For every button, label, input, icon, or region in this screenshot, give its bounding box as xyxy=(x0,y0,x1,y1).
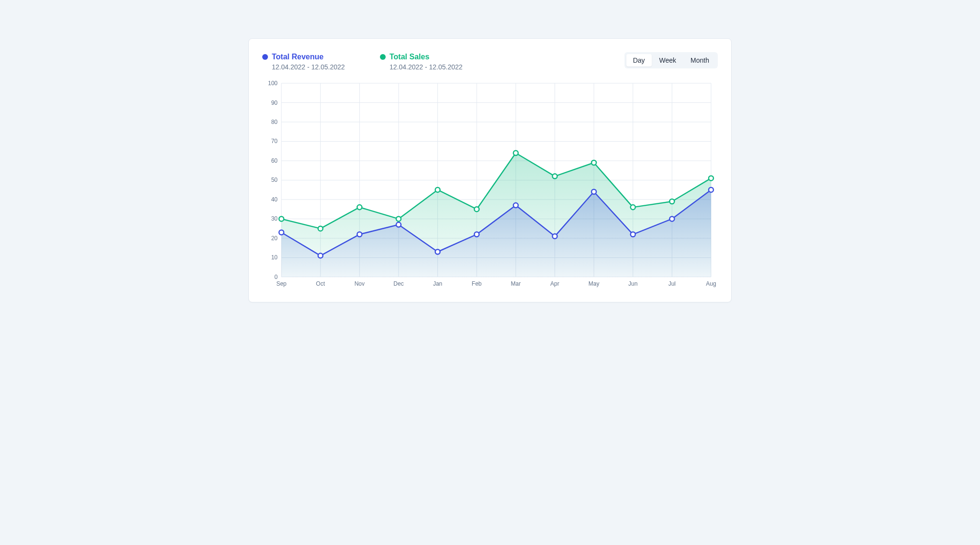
chart-data-point[interactable] xyxy=(709,187,713,192)
y-axis-tick-label: 50 xyxy=(271,177,278,183)
chart-data-point[interactable] xyxy=(318,226,323,231)
x-axis-tick-label: Jun xyxy=(628,280,637,287)
legend-date-range: 12.04.2022 - 12.05.2022 xyxy=(262,63,353,71)
y-axis-tick-label: 10 xyxy=(271,254,278,261)
y-axis-tick-label: 0 xyxy=(274,274,278,280)
chart-data-point[interactable] xyxy=(591,189,596,194)
x-axis-tick-label: Nov xyxy=(355,280,365,287)
y-axis-tick-label: 30 xyxy=(271,215,278,222)
x-axis-tick-label: Jan xyxy=(433,280,442,287)
x-axis-tick-label: Feb xyxy=(472,280,482,287)
x-axis-tick-label: May xyxy=(589,280,600,287)
y-axis-tick-label: 90 xyxy=(271,99,278,106)
x-axis-tick-label: Dec xyxy=(393,280,403,287)
x-axis-tick-label: Aug xyxy=(706,280,716,287)
x-axis-tick-label: Mar xyxy=(511,280,521,287)
range-button-week[interactable]: Week xyxy=(653,54,683,67)
chart-data-point[interactable] xyxy=(474,207,479,211)
legend-item-sales: Total Sales 12.04.2022 - 12.05.2022 xyxy=(380,52,471,71)
chart-data-point[interactable] xyxy=(357,205,362,210)
legend-group: Total Revenue 12.04.2022 - 12.05.2022 To… xyxy=(262,52,471,71)
x-axis-tick-label: Sep xyxy=(276,280,287,287)
chart-data-point[interactable] xyxy=(513,151,518,156)
chart-data-point[interactable] xyxy=(279,216,284,221)
x-axis-tick-label: Apr xyxy=(550,280,559,287)
chart-data-point[interactable] xyxy=(435,187,440,192)
chart-data-point[interactable] xyxy=(552,234,557,239)
chart-data-point[interactable] xyxy=(513,203,518,208)
range-button-month[interactable]: Month xyxy=(684,54,716,67)
chart-data-point[interactable] xyxy=(318,253,323,258)
legend-date-range: 12.04.2022 - 12.05.2022 xyxy=(380,63,471,71)
y-axis-tick-label: 100 xyxy=(268,80,278,87)
x-axis-tick-label: Oct xyxy=(316,280,325,287)
chart-data-point[interactable] xyxy=(435,249,440,254)
legend-dot-icon xyxy=(380,54,386,60)
chart-data-point[interactable] xyxy=(396,222,401,227)
chart-header: Total Revenue 12.04.2022 - 12.05.2022 To… xyxy=(262,52,718,71)
legend-dot-icon xyxy=(262,54,268,60)
y-axis-tick-label: 40 xyxy=(271,196,278,203)
legend-title-row: Total Revenue xyxy=(262,52,353,62)
chart-data-point[interactable] xyxy=(552,174,557,178)
chart-data-point[interactable] xyxy=(709,176,713,180)
chart-data-point[interactable] xyxy=(631,232,635,237)
chart-data-point[interactable] xyxy=(357,232,362,237)
chart-data-point[interactable] xyxy=(279,230,284,235)
chart-data-point[interactable] xyxy=(474,232,479,237)
legend-title: Total Revenue xyxy=(272,52,323,62)
range-button-day[interactable]: Day xyxy=(626,54,652,67)
chart-card: Total Revenue 12.04.2022 - 12.05.2022 To… xyxy=(248,38,732,302)
y-axis-tick-label: 70 xyxy=(271,138,278,145)
y-axis-tick-label: 80 xyxy=(271,119,278,125)
chart-data-point[interactable] xyxy=(591,160,596,165)
chart-data-point[interactable] xyxy=(396,216,401,221)
legend-title-row: Total Sales xyxy=(380,52,471,62)
time-range-switch: DayWeekMonth xyxy=(624,52,718,68)
y-axis-tick-label: 20 xyxy=(271,235,278,242)
chart-data-point[interactable] xyxy=(669,216,674,221)
legend-title: Total Sales xyxy=(390,52,429,62)
legend-item-revenue: Total Revenue 12.04.2022 - 12.05.2022 xyxy=(262,52,353,71)
x-axis-tick-label: Jul xyxy=(668,280,676,287)
y-axis-tick-label: 60 xyxy=(271,157,278,164)
chart-data-point[interactable] xyxy=(669,199,674,204)
chart-data-point[interactable] xyxy=(631,205,635,210)
chart-area: 0102030405060708090100SepOctNovDecJanFeb… xyxy=(262,79,718,290)
area-chart-svg: 0102030405060708090100SepOctNovDecJanFeb… xyxy=(262,79,718,290)
